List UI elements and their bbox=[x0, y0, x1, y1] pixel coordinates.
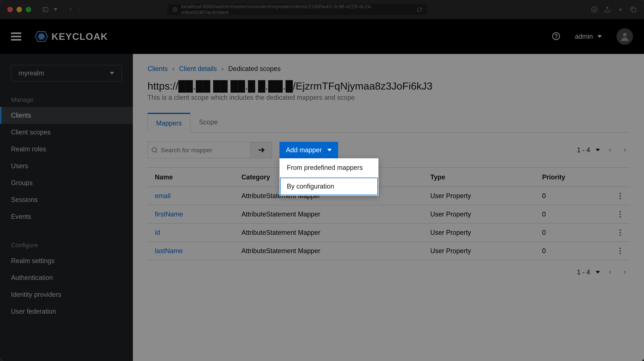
user-menu[interactable]: admin bbox=[575, 33, 602, 40]
breadcrumb: Clients › Client details › Dedicated sco… bbox=[148, 65, 629, 73]
username: admin bbox=[575, 33, 593, 40]
page-description: This is a client scope which includes th… bbox=[148, 94, 629, 101]
svg-rect-9 bbox=[632, 8, 636, 12]
nav-section-manage: Manage bbox=[0, 91, 133, 107]
mapper-type: User Property bbox=[423, 187, 535, 205]
search-input[interactable] bbox=[148, 142, 250, 158]
menu-toggle[interactable] bbox=[11, 33, 21, 41]
tabs-overview-icon[interactable] bbox=[630, 6, 637, 13]
mapper-name-link[interactable]: id bbox=[155, 229, 160, 236]
close-window[interactable] bbox=[7, 7, 13, 12]
nav-realm-settings[interactable]: Realm settings bbox=[0, 252, 133, 269]
dropdown-from-predefined[interactable]: From predefined mappers bbox=[280, 158, 378, 177]
mapper-name-link[interactable]: firstName bbox=[155, 210, 183, 218]
nav-forward-icon[interactable] bbox=[77, 7, 82, 12]
nav-users[interactable]: Users bbox=[0, 158, 133, 174]
breadcrumb-clients[interactable]: Clients bbox=[148, 65, 168, 73]
pager-prev[interactable] bbox=[606, 145, 615, 155]
nav-events[interactable]: Events bbox=[0, 208, 133, 225]
maximize-window[interactable] bbox=[26, 7, 31, 12]
row-actions-kebab[interactable] bbox=[618, 193, 622, 199]
nav-client-scopes[interactable]: Client scopes bbox=[0, 124, 133, 141]
pager-bottom: 1 - 4 bbox=[577, 268, 629, 277]
nav-sessions[interactable]: Sessions bbox=[0, 191, 133, 208]
pager-range: 1 - 4 bbox=[577, 268, 590, 276]
pager-range: 1 - 4 bbox=[577, 146, 590, 154]
nav-user-federation[interactable]: User federation bbox=[0, 303, 133, 320]
row-actions-kebab[interactable] bbox=[618, 248, 622, 254]
avatar[interactable] bbox=[616, 28, 633, 45]
svg-point-15 bbox=[152, 148, 156, 152]
tab-mappers[interactable]: Mappers bbox=[148, 113, 190, 133]
help-icon[interactable] bbox=[552, 32, 560, 41]
nav-identity-providers[interactable]: Identity providers bbox=[0, 286, 133, 303]
row-actions-kebab[interactable] bbox=[618, 211, 622, 218]
dropdown-by-configuration[interactable]: By configuration bbox=[280, 177, 378, 196]
mapper-category: AttributeStatement Mapper bbox=[234, 223, 423, 242]
nav-back-icon[interactable] bbox=[68, 7, 73, 12]
app-topbar: KEYCLOAK admin bbox=[0, 19, 644, 54]
tabs: Mappers Scope bbox=[148, 112, 629, 133]
mapper-name-link[interactable]: lastName bbox=[155, 247, 183, 255]
keycloak-logo-icon bbox=[34, 29, 49, 44]
table-row: id AttributeStatement Mapper User Proper… bbox=[148, 223, 629, 242]
pager-next[interactable] bbox=[620, 145, 629, 155]
brand-text: KEYCLOAK bbox=[52, 31, 108, 42]
new-tab-icon[interactable] bbox=[617, 6, 624, 13]
pager-top: 1 - 4 bbox=[577, 145, 629, 155]
nav-clients[interactable]: Clients bbox=[0, 107, 133, 124]
row-actions-kebab[interactable] bbox=[618, 229, 622, 236]
caret-down-icon[interactable] bbox=[596, 271, 600, 273]
tab-scope[interactable]: Scope bbox=[190, 112, 226, 132]
nav-realm-roles[interactable]: Realm roles bbox=[0, 141, 133, 158]
page-title: https://██.██ ██ ██.█ █.██.█/EjzrmTFqNjy… bbox=[148, 80, 629, 92]
pager-prev[interactable] bbox=[606, 268, 615, 277]
minimize-window[interactable] bbox=[16, 7, 22, 12]
realm-selector[interactable]: myrealm bbox=[11, 65, 122, 82]
mappers-table: Name Category Type Priority email Attrib… bbox=[148, 167, 629, 260]
chevron-right-icon: › bbox=[172, 65, 174, 73]
pager-next[interactable] bbox=[620, 268, 629, 277]
site-settings-icon[interactable] bbox=[173, 7, 178, 12]
realm-name: myrealm bbox=[19, 69, 44, 77]
downloads-icon[interactable] bbox=[591, 6, 598, 13]
browser-titlebar: localhost:8080/admin/master/console/#/my… bbox=[0, 0, 644, 19]
mapper-type: User Property bbox=[423, 223, 535, 242]
search-submit-button[interactable] bbox=[250, 142, 272, 158]
caret-down-icon bbox=[598, 35, 602, 38]
mapper-priority: 0 bbox=[535, 205, 611, 223]
add-mapper-dropdown: From predefined mappers By configuration bbox=[280, 158, 378, 196]
tab-dropdown-icon[interactable] bbox=[53, 8, 58, 11]
svg-point-13 bbox=[556, 38, 556, 38]
breadcrumb-client-details[interactable]: Client details bbox=[179, 65, 217, 73]
mapper-type: User Property bbox=[423, 242, 535, 260]
table-row: email AttributeStatement Mapper User Pro… bbox=[148, 187, 629, 205]
mapper-category: AttributeStatement Mapper bbox=[234, 242, 423, 260]
search-icon bbox=[151, 147, 158, 153]
reload-icon[interactable] bbox=[417, 7, 422, 12]
toolbar: Add mapper From predefined mappers By co… bbox=[148, 133, 629, 167]
sidebar-toggle-icon[interactable] bbox=[42, 6, 49, 13]
nav-authentication[interactable]: Authentication bbox=[0, 269, 133, 286]
url-text: localhost:8080/admin/master/console/#/my… bbox=[181, 4, 413, 16]
table-row: firstName AttributeStatement Mapper User… bbox=[148, 205, 629, 223]
mapper-category: AttributeStatement Mapper bbox=[234, 205, 423, 223]
caret-down-icon bbox=[327, 149, 332, 151]
col-type: Type bbox=[423, 168, 535, 187]
breadcrumb-current: Dedicated scopes bbox=[228, 65, 280, 73]
svg-point-14 bbox=[623, 33, 626, 37]
chevron-right-icon: › bbox=[222, 65, 224, 73]
nav-groups[interactable]: Groups bbox=[0, 174, 133, 191]
svg-marker-11 bbox=[38, 33, 45, 40]
mapper-name-link[interactable]: email bbox=[155, 192, 170, 200]
keycloak-logo[interactable]: KEYCLOAK bbox=[34, 29, 108, 44]
share-icon[interactable] bbox=[604, 6, 611, 13]
mapper-priority: 0 bbox=[535, 223, 611, 242]
svg-rect-0 bbox=[43, 7, 48, 12]
url-bar[interactable]: localhost:8080/admin/master/console/#/my… bbox=[167, 4, 428, 15]
add-mapper-button[interactable]: Add mapper bbox=[280, 142, 338, 158]
caret-down-icon[interactable] bbox=[596, 149, 600, 151]
arrow-right-icon bbox=[257, 146, 265, 154]
table-row: lastName AttributeStatement Mapper User … bbox=[148, 242, 629, 260]
sidebar: myrealm Manage Clients Client scopes Rea… bbox=[0, 54, 133, 361]
